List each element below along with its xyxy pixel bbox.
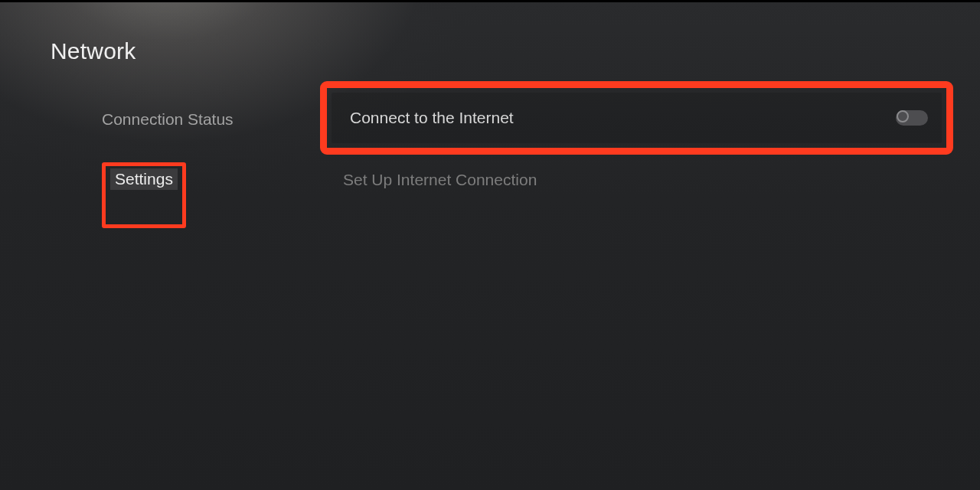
sidebar: Connection Status Settings [102, 109, 301, 228]
page-title: Network [51, 38, 136, 64]
sidebar-item-settings[interactable]: Settings [110, 168, 178, 190]
connect-to-internet-label: Connect to the Internet [350, 109, 514, 127]
toggle-knob-icon [897, 110, 909, 122]
highlight-connect-annotation: Connect to the Internet [320, 81, 953, 155]
set-up-connection-label: Set Up Internet Connection [343, 171, 537, 189]
main-panel: Connect to the Internet Set Up Internet … [325, 86, 949, 205]
top-bar [0, 0, 980, 2]
highlight-settings-annotation: Settings [102, 162, 186, 228]
connect-to-internet-toggle[interactable] [896, 110, 928, 126]
network-settings-screen: Network Connection Status Settings Conne… [0, 0, 980, 490]
setting-row-connect-to-internet[interactable]: Connect to the Internet [332, 93, 942, 143]
sidebar-item-connection-status[interactable]: Connection Status [102, 109, 234, 130]
setting-row-set-up-connection[interactable]: Set Up Internet Connection [325, 155, 949, 205]
